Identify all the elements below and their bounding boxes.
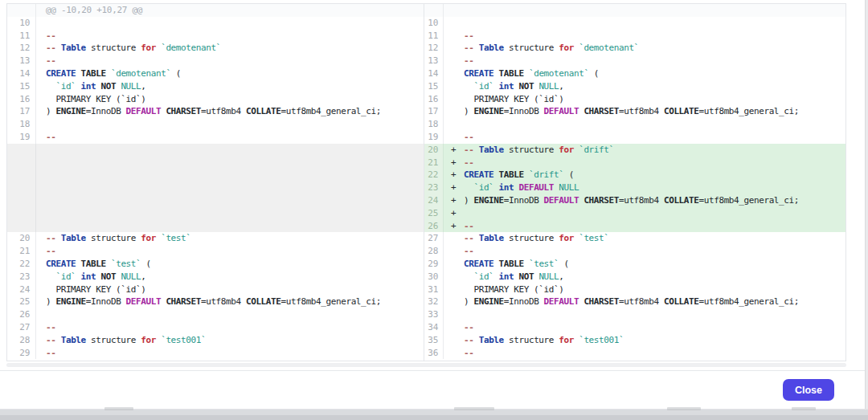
diff-line: 17) ENGINE=InnoDB DEFAULT CHARSET=utf8mb… [7,105,424,118]
diff-add-marker: + [444,181,464,194]
code-line: -- [36,131,424,144]
diff-add-marker: + [444,144,464,157]
diff-line: 15 `id` int NOT NULL, [424,80,845,93]
line-number [7,169,36,181]
diff-add-marker: + [444,169,464,181]
line-number: 22 [424,169,444,181]
diff-line: 33 [424,308,845,321]
code-line [444,118,845,131]
line-number: 16 [7,93,36,106]
diff-line: 36-- [424,347,845,360]
code-line [36,169,424,181]
code-line: -- [36,55,424,67]
line-number: 23 [424,181,444,194]
code-line: `id` int NOT NULL, [36,80,424,93]
diff-line: 31 PRIMARY KEY (`id`) [424,283,845,296]
diff-line: 14CREATE TABLE `demotenant` ( [7,67,424,80]
line-number: 10 [7,17,36,30]
diff-line: 27-- [7,321,424,334]
diff-line: 13-- [7,55,424,67]
line-number: 32 [424,296,444,308]
code-line: -- [36,321,424,334]
line-number: 14 [424,67,444,80]
diff-add-marker: + [444,207,464,220]
code-line [36,17,424,30]
diff-line: 22CREATE TABLE `test` ( [7,258,424,271]
line-number: 13 [7,55,36,67]
diff-line: 23 `id` int NOT NULL, [7,271,424,283]
diff-line: 35-- Table structure for `test001` [424,334,845,347]
diff-line: 11-- [424,30,845,43]
code-line [36,194,424,207]
diff-line: 16 PRIMARY KEY (`id`) [7,93,424,106]
code-line: +-- Table structure for `drift` [444,144,845,157]
code-line: -- [36,245,424,258]
background-page-right-edge [865,0,868,420]
line-number: 31 [424,283,444,296]
code-line [36,144,424,157]
line-number: 30 [424,271,444,283]
diff-line: 18 [424,118,845,131]
diff-line: 14CREATE TABLE `demotenant` ( [424,67,845,80]
line-number: 19 [7,131,36,144]
diff-line [7,181,424,194]
diff-line: 16 PRIMARY KEY (`id`) [424,93,845,106]
diff-line: 17) ENGINE=InnoDB DEFAULT CHARSET=utf8mb… [424,105,845,118]
code-line [36,207,424,220]
code-line: -- Table structure for `demotenant` [36,42,424,55]
code-line: -- Table structure for `demotenant` [444,42,845,55]
line-number: 24 [7,283,36,296]
line-number [7,4,36,17]
code-line: -- [36,30,424,43]
diff-add-marker: + [444,194,464,207]
code-line: CREATE TABLE `test` ( [444,258,845,271]
code-line: -- Table structure for `test` [444,232,845,245]
line-number: 29 [424,258,444,271]
diff-line [7,169,424,181]
line-number: 20 [424,144,444,157]
code-line: -- [36,347,424,360]
horizontal-scrollbar[interactable] [6,363,846,367]
line-number: 25 [7,296,36,308]
code-line: +CREATE TABLE `drift` ( [444,169,845,181]
diff-line: 20-- Table structure for `test` [7,232,424,245]
code-line: -- Table structure for `test001` [444,334,845,347]
diff-line: 34-- [424,321,845,334]
code-line: -- [444,245,845,258]
diff-line [7,144,424,157]
close-button[interactable]: Close [783,379,834,401]
modal-footer: Close [0,370,865,409]
line-number: 29 [7,347,36,360]
diff-line: 23+ `id` int DEFAULT NULL [424,181,845,194]
code-line [444,4,845,17]
line-number: 16 [424,93,444,106]
line-number: 35 [424,334,444,347]
diff-line: 12-- Table structure for `demotenant` [7,42,424,55]
background-page-remnant [104,407,133,410]
diff-line: 13-- [424,55,845,67]
code-line: `id` int NOT NULL, [444,271,845,283]
line-number: 28 [7,334,36,347]
line-number: 12 [424,42,444,55]
code-line: + `id` int DEFAULT NULL [444,181,845,194]
line-number: 26 [424,220,444,233]
diff-pane-old: @@ -10,20 +10,27 @@1011--12-- Table stru… [7,4,424,361]
line-number: 28 [424,245,444,258]
code-line [36,308,424,321]
diff-line: 28-- Table structure for `test001` [7,334,424,347]
diff-line: 10 [424,17,845,30]
code-line: -- [444,131,845,144]
line-number: 27 [7,321,36,334]
line-number: 14 [7,67,36,80]
line-number: 12 [7,42,36,55]
diff-line: 26 [7,308,424,321]
code-line: PRIMARY KEY (`id`) [36,283,424,296]
code-line [36,220,424,233]
line-number: 26 [7,308,36,321]
line-number [7,181,36,194]
line-number: 10 [424,17,444,30]
diff-line: 27-- Table structure for `test` [424,232,845,245]
line-number: 21 [424,157,444,169]
diff-line [7,157,424,169]
line-number: 20 [7,232,36,245]
